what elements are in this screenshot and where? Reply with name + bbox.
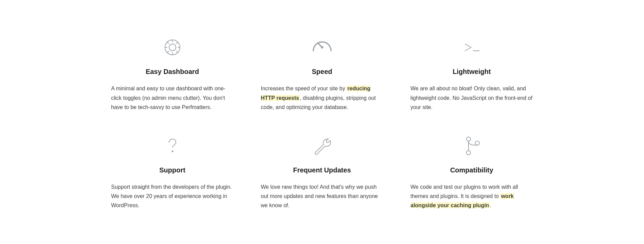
- lightweight-title: Lightweight: [411, 68, 533, 76]
- frequent-updates-title: Frequent Updates: [261, 166, 383, 174]
- compatibility-highlight: work alongside your caching plugin: [411, 193, 514, 208]
- feature-card-lightweight: Lightweight We are all about no bloat! O…: [411, 34, 533, 112]
- speedometer-icon: [309, 34, 336, 61]
- svg-point-5: [171, 151, 173, 152]
- terminal-icon: [458, 34, 485, 61]
- support-description: Support straight from the developers of …: [111, 182, 234, 210]
- svg-point-7: [466, 151, 470, 155]
- wrench-icon: [309, 132, 336, 159]
- support-title: Support: [111, 166, 234, 174]
- compatibility-description: We code and test our plugins to work wit…: [411, 182, 533, 210]
- svg-point-3: [321, 46, 323, 49]
- feature-card-speed: Speed Increases the speed of your site b…: [261, 34, 383, 112]
- speed-title: Speed: [261, 68, 383, 76]
- gear-icon: [159, 34, 186, 61]
- svg-point-0: [169, 44, 176, 51]
- feature-card-compatibility: Compatibility We code and test our plugi…: [411, 132, 533, 210]
- svg-point-8: [475, 141, 479, 145]
- svg-point-6: [466, 137, 470, 141]
- question-icon: [159, 132, 186, 159]
- compatibility-title: Compatibility: [411, 166, 533, 174]
- features-grid: Easy Dashboard A minimal and easy to use…: [84, 13, 560, 230]
- feature-card-frequent-updates: Frequent Updates We love new things too!…: [261, 132, 383, 210]
- lightweight-description: We are all about no bloat! Only clean, v…: [411, 84, 533, 112]
- speed-description: Increases the speed of your site by redu…: [261, 84, 383, 112]
- feature-card-easy-dashboard: Easy Dashboard A minimal and easy to use…: [111, 34, 234, 112]
- speed-highlight: reducing HTTP requests: [261, 86, 370, 101]
- easy-dashboard-description: A minimal and easy to use dashboard with…: [111, 84, 234, 112]
- frequent-updates-description: We love new things too! And that's why w…: [261, 182, 383, 210]
- easy-dashboard-title: Easy Dashboard: [111, 68, 234, 76]
- branch-icon: [458, 132, 485, 159]
- feature-card-support: Support Support straight from the develo…: [111, 132, 234, 210]
